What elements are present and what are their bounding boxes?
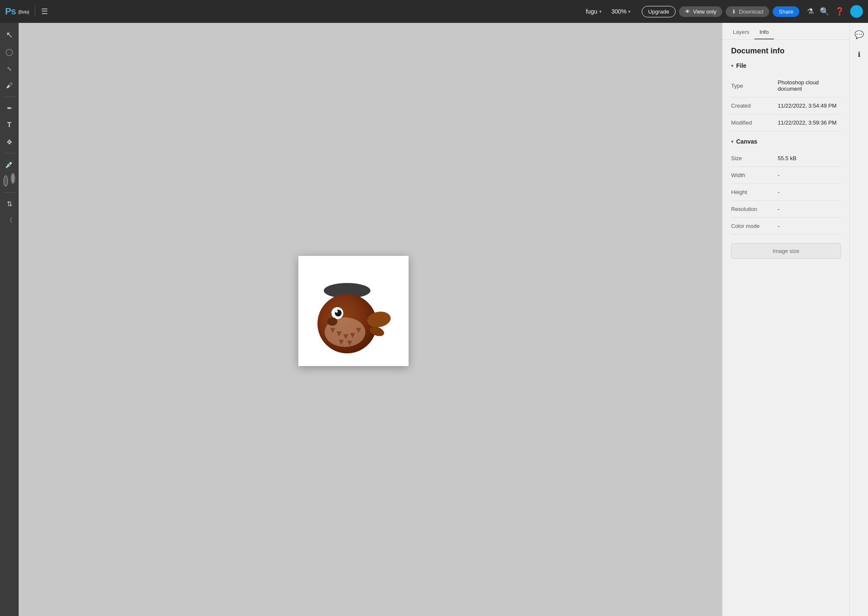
canvas-width-value: -	[778, 172, 841, 178]
tab-layers[interactable]: Layers	[728, 25, 754, 39]
transform-tool-button[interactable]: ⤡	[2, 61, 17, 76]
canvas-height-label: Height	[731, 189, 778, 195]
canvas-section-title: Canvas	[736, 138, 757, 145]
pen-tool-button[interactable]: ✒	[2, 100, 17, 116]
fugu-image	[307, 269, 400, 353]
app-logo: Ps (Beta)	[5, 6, 29, 17]
zoom-value: 300%	[611, 8, 626, 15]
file-type-value: Photoshop cloud document	[778, 79, 841, 92]
canvas-section-chevron-icon: ▾	[731, 139, 734, 144]
download-icon: ⬇	[732, 8, 736, 15]
file-type-label: Type	[731, 83, 778, 89]
image-size-button[interactable]: Image size	[731, 243, 841, 259]
tool-separator-3	[3, 192, 15, 193]
user-avatar[interactable]	[850, 5, 863, 18]
lasso-tool-button[interactable]: ◯	[2, 44, 17, 59]
select-tool-button[interactable]: ↖	[2, 27, 17, 42]
svg-point-12	[335, 310, 338, 313]
file-modified-row: Modified 11/22/2022, 3:59:36 PM	[731, 114, 841, 131]
canvas-height-row: Height -	[731, 184, 841, 201]
scroll-tool-button[interactable]: ⇅	[2, 196, 17, 211]
topbar-divider-1	[35, 6, 35, 17]
eye-icon: 👁	[685, 8, 690, 15]
canvas-size-value: 55.5 kB	[778, 155, 841, 161]
panel-title: Document info	[731, 47, 841, 55]
file-type-row: Type Photoshop cloud document	[731, 74, 841, 97]
download-button[interactable]: ⬇ Download	[726, 6, 769, 17]
tool-separator-1	[3, 97, 15, 97]
filename-text: fugu	[586, 8, 597, 15]
upgrade-button[interactable]: Upgrade	[642, 6, 676, 17]
eyedropper-tool-button[interactable]: 💉	[2, 157, 17, 172]
shape-tool-icon: ❖	[6, 138, 12, 146]
tab-info[interactable]: Info	[754, 25, 774, 39]
file-created-value: 11/22/2022, 3:54:49 PM	[778, 103, 841, 109]
canvas-area[interactable]	[19, 23, 722, 616]
canvas-colormode-row: Color mode -	[731, 218, 841, 235]
canvas-height-value: -	[778, 189, 841, 195]
panel-content: Document info ▾ File Type Photoshop clou…	[723, 40, 849, 266]
canvas-colormode-label: Color mode	[731, 223, 778, 229]
view-only-button[interactable]: 👁 View only	[679, 6, 722, 17]
canvas-size-row: Size 55.5 kB	[731, 150, 841, 167]
file-created-row: Created 11/22/2022, 3:54:49 PM	[731, 97, 841, 114]
ps-logo-text: Ps	[5, 6, 16, 17]
share-button[interactable]: Share	[773, 6, 799, 17]
hamburger-menu-icon[interactable]: ☰	[41, 7, 48, 16]
far-right-panel: 💬 ℹ	[849, 23, 868, 616]
file-section-header[interactable]: ▾ File	[731, 62, 841, 69]
canvas-resolution-label: Resolution	[731, 206, 778, 212]
zoom-control[interactable]: 300% ▾	[611, 8, 631, 15]
info-icon: ℹ	[858, 50, 860, 58]
collapse-toolbar-button[interactable]: 《	[6, 216, 12, 224]
file-section-title: File	[736, 62, 746, 69]
panel-tabs: Layers Info	[723, 23, 849, 40]
text-tool-button[interactable]: T	[2, 117, 17, 133]
file-section-chevron-icon: ▾	[731, 63, 734, 69]
svg-point-13	[327, 317, 337, 326]
canvas-colormode-value: -	[778, 223, 841, 229]
canvas-section-header[interactable]: ▾ Canvas	[731, 138, 841, 145]
left-toolbar: ↖ ◯ ⤡ 🖌 ✒ T ❖ 💉 ⇅ 《	[0, 23, 19, 616]
right-panel: Layers Info Document info ▾ File Type Ph…	[722, 23, 849, 616]
transform-tool-icon: ⤡	[7, 65, 12, 72]
topbar-actions: Upgrade 👁 View only ⬇ Download Share	[642, 6, 799, 17]
brush-tool-button[interactable]: 🖌	[2, 78, 17, 93]
pen-tool-icon: ✒	[7, 104, 12, 112]
canvas-width-row: Width -	[731, 167, 841, 184]
text-tool-icon: T	[7, 121, 11, 129]
document-canvas	[298, 256, 409, 366]
view-only-label: View only	[693, 8, 716, 15]
canvas-width-label: Width	[731, 172, 778, 178]
search-icon[interactable]: 🔍	[820, 7, 829, 16]
download-label: Download	[739, 8, 763, 15]
comment-icon: 💬	[854, 30, 864, 39]
canvas-size-label: Size	[731, 155, 778, 161]
background-color-swatch[interactable]	[11, 173, 15, 184]
brush-tool-icon: 🖌	[6, 82, 13, 89]
comment-panel-icon[interactable]: 💬	[851, 27, 867, 42]
filename-chevron-icon: ▾	[599, 9, 602, 14]
file-created-label: Created	[731, 103, 778, 109]
foreground-color-swatch[interactable]	[3, 175, 8, 186]
help-icon[interactable]: ❓	[835, 7, 844, 16]
info-panel-icon[interactable]: ℹ	[851, 47, 867, 62]
flask-icon[interactable]: ⚗	[807, 7, 814, 16]
canvas-resolution-value: -	[778, 206, 841, 212]
filename-dropdown[interactable]: fugu ▾	[586, 8, 602, 15]
topbar: Ps (Beta) ☰ fugu ▾ 300% ▾ Upgrade 👁 View…	[0, 0, 868, 23]
beta-label: (Beta)	[18, 9, 29, 14]
lasso-tool-icon: ◯	[6, 48, 13, 56]
select-tool-icon: ↖	[6, 30, 13, 40]
shape-tool-button[interactable]: ❖	[2, 134, 17, 150]
topbar-utility-icons: ⚗ 🔍 ❓	[807, 5, 863, 18]
canvas-resolution-row: Resolution -	[731, 201, 841, 218]
tool-separator-2	[3, 153, 15, 153]
eyedropper-tool-icon: 💉	[5, 161, 14, 169]
scroll-icon: ⇅	[7, 200, 12, 208]
color-swatches	[2, 174, 17, 189]
zoom-chevron-icon: ▾	[628, 9, 631, 14]
main-layout: ↖ ◯ ⤡ 🖌 ✒ T ❖ 💉 ⇅ 《	[0, 23, 868, 616]
file-modified-value: 11/22/2022, 3:59:36 PM	[778, 119, 841, 126]
file-modified-label: Modified	[731, 119, 778, 126]
